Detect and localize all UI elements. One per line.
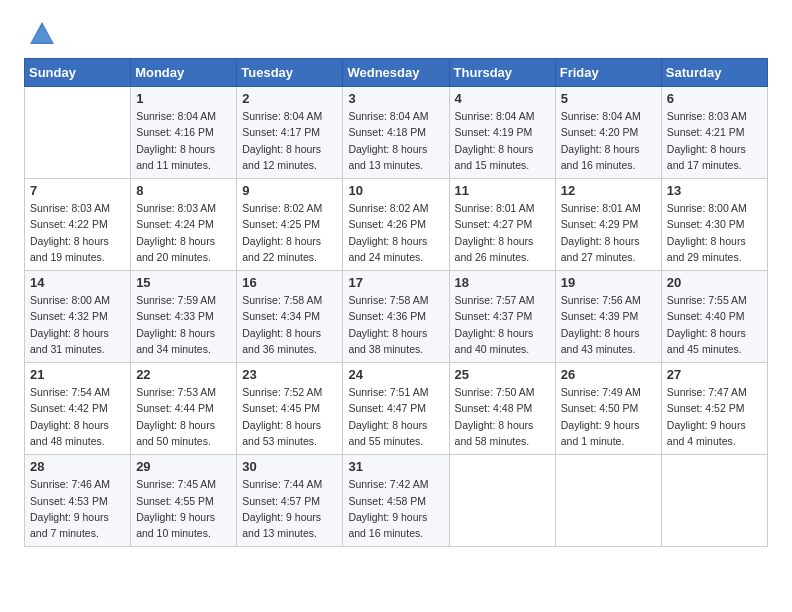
day-info: Sunrise: 8:01 AMSunset: 4:27 PMDaylight:… xyxy=(455,200,550,265)
calendar-cell: 22Sunrise: 7:53 AMSunset: 4:44 PMDayligh… xyxy=(131,363,237,455)
calendar-cell: 19Sunrise: 7:56 AMSunset: 4:39 PMDayligh… xyxy=(555,271,661,363)
day-info: Sunrise: 8:02 AMSunset: 4:25 PMDaylight:… xyxy=(242,200,337,265)
day-number: 12 xyxy=(561,183,656,198)
calendar-cell: 10Sunrise: 8:02 AMSunset: 4:26 PMDayligh… xyxy=(343,179,449,271)
day-info: Sunrise: 7:59 AMSunset: 4:33 PMDaylight:… xyxy=(136,292,231,357)
day-info: Sunrise: 8:04 AMSunset: 4:20 PMDaylight:… xyxy=(561,108,656,173)
calendar-cell: 15Sunrise: 7:59 AMSunset: 4:33 PMDayligh… xyxy=(131,271,237,363)
day-info: Sunrise: 8:03 AMSunset: 4:21 PMDaylight:… xyxy=(667,108,762,173)
day-number: 15 xyxy=(136,275,231,290)
calendar-cell: 27Sunrise: 7:47 AMSunset: 4:52 PMDayligh… xyxy=(661,363,767,455)
calendar-cell: 13Sunrise: 8:00 AMSunset: 4:30 PMDayligh… xyxy=(661,179,767,271)
day-info: Sunrise: 8:04 AMSunset: 4:16 PMDaylight:… xyxy=(136,108,231,173)
calendar-cell xyxy=(661,455,767,547)
day-info: Sunrise: 7:46 AMSunset: 4:53 PMDaylight:… xyxy=(30,476,125,541)
calendar-cell: 17Sunrise: 7:58 AMSunset: 4:36 PMDayligh… xyxy=(343,271,449,363)
calendar-cell: 30Sunrise: 7:44 AMSunset: 4:57 PMDayligh… xyxy=(237,455,343,547)
day-info: Sunrise: 7:58 AMSunset: 4:36 PMDaylight:… xyxy=(348,292,443,357)
day-number: 6 xyxy=(667,91,762,106)
day-number: 9 xyxy=(242,183,337,198)
day-info: Sunrise: 8:03 AMSunset: 4:24 PMDaylight:… xyxy=(136,200,231,265)
calendar-cell: 18Sunrise: 7:57 AMSunset: 4:37 PMDayligh… xyxy=(449,271,555,363)
calendar-cell: 25Sunrise: 7:50 AMSunset: 4:48 PMDayligh… xyxy=(449,363,555,455)
day-number: 21 xyxy=(30,367,125,382)
day-info: Sunrise: 7:56 AMSunset: 4:39 PMDaylight:… xyxy=(561,292,656,357)
calendar-cell: 21Sunrise: 7:54 AMSunset: 4:42 PMDayligh… xyxy=(25,363,131,455)
day-info: Sunrise: 7:50 AMSunset: 4:48 PMDaylight:… xyxy=(455,384,550,449)
calendar-cell xyxy=(25,87,131,179)
calendar-cell: 5Sunrise: 8:04 AMSunset: 4:20 PMDaylight… xyxy=(555,87,661,179)
day-info: Sunrise: 8:04 AMSunset: 4:19 PMDaylight:… xyxy=(455,108,550,173)
day-info: Sunrise: 7:49 AMSunset: 4:50 PMDaylight:… xyxy=(561,384,656,449)
calendar-cell: 4Sunrise: 8:04 AMSunset: 4:19 PMDaylight… xyxy=(449,87,555,179)
day-number: 7 xyxy=(30,183,125,198)
calendar-cell: 31Sunrise: 7:42 AMSunset: 4:58 PMDayligh… xyxy=(343,455,449,547)
weekday-header-monday: Monday xyxy=(131,59,237,87)
calendar-cell: 3Sunrise: 8:04 AMSunset: 4:18 PMDaylight… xyxy=(343,87,449,179)
calendar-cell: 8Sunrise: 8:03 AMSunset: 4:24 PMDaylight… xyxy=(131,179,237,271)
day-number: 3 xyxy=(348,91,443,106)
weekday-header-sunday: Sunday xyxy=(25,59,131,87)
calendar-cell: 29Sunrise: 7:45 AMSunset: 4:55 PMDayligh… xyxy=(131,455,237,547)
svg-marker-1 xyxy=(32,26,52,42)
day-info: Sunrise: 8:00 AMSunset: 4:32 PMDaylight:… xyxy=(30,292,125,357)
day-info: Sunrise: 7:52 AMSunset: 4:45 PMDaylight:… xyxy=(242,384,337,449)
day-number: 11 xyxy=(455,183,550,198)
day-number: 4 xyxy=(455,91,550,106)
day-info: Sunrise: 7:58 AMSunset: 4:34 PMDaylight:… xyxy=(242,292,337,357)
day-number: 25 xyxy=(455,367,550,382)
calendar-cell: 11Sunrise: 8:01 AMSunset: 4:27 PMDayligh… xyxy=(449,179,555,271)
day-number: 19 xyxy=(561,275,656,290)
weekday-header-saturday: Saturday xyxy=(661,59,767,87)
calendar-cell: 20Sunrise: 7:55 AMSunset: 4:40 PMDayligh… xyxy=(661,271,767,363)
day-info: Sunrise: 7:55 AMSunset: 4:40 PMDaylight:… xyxy=(667,292,762,357)
day-info: Sunrise: 8:04 AMSunset: 4:17 PMDaylight:… xyxy=(242,108,337,173)
calendar-cell: 14Sunrise: 8:00 AMSunset: 4:32 PMDayligh… xyxy=(25,271,131,363)
calendar-cell: 7Sunrise: 8:03 AMSunset: 4:22 PMDaylight… xyxy=(25,179,131,271)
day-number: 5 xyxy=(561,91,656,106)
calendar-cell: 28Sunrise: 7:46 AMSunset: 4:53 PMDayligh… xyxy=(25,455,131,547)
calendar-cell: 23Sunrise: 7:52 AMSunset: 4:45 PMDayligh… xyxy=(237,363,343,455)
day-info: Sunrise: 7:47 AMSunset: 4:52 PMDaylight:… xyxy=(667,384,762,449)
day-number: 13 xyxy=(667,183,762,198)
calendar-table: SundayMondayTuesdayWednesdayThursdayFrid… xyxy=(24,58,768,547)
calendar-cell: 12Sunrise: 8:01 AMSunset: 4:29 PMDayligh… xyxy=(555,179,661,271)
calendar-cell: 26Sunrise: 7:49 AMSunset: 4:50 PMDayligh… xyxy=(555,363,661,455)
calendar-cell: 1Sunrise: 8:04 AMSunset: 4:16 PMDaylight… xyxy=(131,87,237,179)
day-number: 16 xyxy=(242,275,337,290)
calendar-cell: 16Sunrise: 7:58 AMSunset: 4:34 PMDayligh… xyxy=(237,271,343,363)
logo xyxy=(24,20,56,48)
day-number: 28 xyxy=(30,459,125,474)
day-number: 27 xyxy=(667,367,762,382)
header xyxy=(24,20,768,48)
calendar-cell: 24Sunrise: 7:51 AMSunset: 4:47 PMDayligh… xyxy=(343,363,449,455)
logo-icon xyxy=(28,20,56,48)
calendar-cell: 9Sunrise: 8:02 AMSunset: 4:25 PMDaylight… xyxy=(237,179,343,271)
day-info: Sunrise: 7:57 AMSunset: 4:37 PMDaylight:… xyxy=(455,292,550,357)
calendar-cell xyxy=(449,455,555,547)
calendar-cell: 6Sunrise: 8:03 AMSunset: 4:21 PMDaylight… xyxy=(661,87,767,179)
day-number: 22 xyxy=(136,367,231,382)
day-number: 1 xyxy=(136,91,231,106)
day-info: Sunrise: 8:02 AMSunset: 4:26 PMDaylight:… xyxy=(348,200,443,265)
weekday-header-friday: Friday xyxy=(555,59,661,87)
day-number: 30 xyxy=(242,459,337,474)
day-info: Sunrise: 7:54 AMSunset: 4:42 PMDaylight:… xyxy=(30,384,125,449)
day-number: 8 xyxy=(136,183,231,198)
day-info: Sunrise: 7:53 AMSunset: 4:44 PMDaylight:… xyxy=(136,384,231,449)
day-info: Sunrise: 7:44 AMSunset: 4:57 PMDaylight:… xyxy=(242,476,337,541)
day-info: Sunrise: 7:42 AMSunset: 4:58 PMDaylight:… xyxy=(348,476,443,541)
calendar-cell: 2Sunrise: 8:04 AMSunset: 4:17 PMDaylight… xyxy=(237,87,343,179)
day-number: 20 xyxy=(667,275,762,290)
day-number: 29 xyxy=(136,459,231,474)
weekday-header-wednesday: Wednesday xyxy=(343,59,449,87)
day-info: Sunrise: 7:51 AMSunset: 4:47 PMDaylight:… xyxy=(348,384,443,449)
calendar-cell xyxy=(555,455,661,547)
day-info: Sunrise: 8:04 AMSunset: 4:18 PMDaylight:… xyxy=(348,108,443,173)
day-number: 26 xyxy=(561,367,656,382)
day-number: 18 xyxy=(455,275,550,290)
day-number: 2 xyxy=(242,91,337,106)
day-number: 14 xyxy=(30,275,125,290)
day-number: 24 xyxy=(348,367,443,382)
day-info: Sunrise: 8:03 AMSunset: 4:22 PMDaylight:… xyxy=(30,200,125,265)
